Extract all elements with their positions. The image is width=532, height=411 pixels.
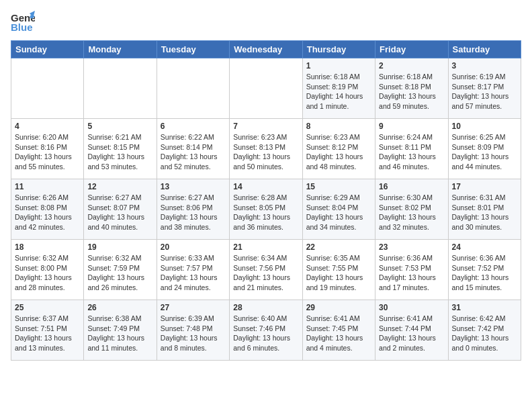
- calendar-cell: 22Sunrise: 6:35 AM Sunset: 7:55 PM Dayli…: [302, 240, 375, 300]
- day-number: 29: [306, 303, 371, 312]
- day-number: 18: [15, 242, 80, 252]
- day-number: 26: [87, 303, 152, 312]
- day-number: 11: [15, 182, 80, 191]
- day-info: Sunrise: 6:23 AM Sunset: 8:13 PM Dayligh…: [233, 132, 298, 172]
- day-number: 20: [161, 242, 226, 252]
- calendar-cell: 7Sunrise: 6:23 AM Sunset: 8:13 PM Daylig…: [230, 119, 302, 179]
- calendar-cell: 6Sunrise: 6:22 AM Sunset: 8:14 PM Daylig…: [157, 119, 229, 179]
- calendar-cell: [84, 58, 157, 119]
- day-info: Sunrise: 6:21 AM Sunset: 8:15 PM Dayligh…: [87, 132, 152, 172]
- calendar-cell: 24Sunrise: 6:36 AM Sunset: 7:52 PM Dayli…: [448, 240, 521, 300]
- calendar-table: SundayMondayTuesdayWednesdayThursdayFrid…: [11, 40, 521, 361]
- day-number: 13: [161, 182, 226, 191]
- day-number: 2: [379, 61, 444, 71]
- day-info: Sunrise: 6:24 AM Sunset: 8:11 PM Dayligh…: [379, 132, 444, 172]
- week-row-2: 4Sunrise: 6:20 AM Sunset: 8:16 PM Daylig…: [11, 119, 521, 179]
- day-info: Sunrise: 6:40 AM Sunset: 7:46 PM Dayligh…: [233, 314, 298, 353]
- logo-icon: General Blue: [11, 11, 35, 35]
- day-info: Sunrise: 6:19 AM Sunset: 8:17 PM Dayligh…: [452, 72, 517, 111]
- calendar-cell: 10Sunrise: 6:25 AM Sunset: 8:09 PM Dayli…: [448, 119, 521, 179]
- day-number: 30: [379, 303, 444, 312]
- calendar-cell: [157, 58, 229, 119]
- day-number: 1: [306, 61, 371, 71]
- day-number: 4: [15, 122, 80, 131]
- day-info: Sunrise: 6:22 AM Sunset: 8:14 PM Dayligh…: [161, 132, 226, 172]
- day-number: 17: [452, 182, 517, 191]
- calendar-body: 1Sunrise: 6:18 AM Sunset: 8:19 PM Daylig…: [11, 58, 521, 361]
- day-number: 19: [87, 242, 152, 252]
- weekday-header-thursday: Thursday: [302, 41, 375, 58]
- calendar-cell: [230, 58, 302, 119]
- week-row-4: 18Sunrise: 6:32 AM Sunset: 8:00 PM Dayli…: [11, 240, 521, 300]
- day-number: 6: [161, 122, 226, 131]
- calendar-cell: 14Sunrise: 6:28 AM Sunset: 8:05 PM Dayli…: [230, 179, 302, 240]
- day-info: Sunrise: 6:36 AM Sunset: 7:52 PM Dayligh…: [452, 253, 517, 293]
- calendar-cell: 8Sunrise: 6:23 AM Sunset: 8:12 PM Daylig…: [302, 119, 375, 179]
- page-header: General Blue: [11, 11, 521, 35]
- calendar-cell: 17Sunrise: 6:31 AM Sunset: 8:01 PM Dayli…: [448, 179, 521, 240]
- day-info: Sunrise: 6:29 AM Sunset: 8:04 PM Dayligh…: [306, 193, 371, 232]
- day-info: Sunrise: 6:41 AM Sunset: 7:44 PM Dayligh…: [379, 314, 444, 353]
- day-number: 15: [306, 182, 371, 191]
- day-info: Sunrise: 6:27 AM Sunset: 8:06 PM Dayligh…: [161, 193, 226, 232]
- weekday-header-friday: Friday: [375, 41, 448, 58]
- calendar-cell: 1Sunrise: 6:18 AM Sunset: 8:19 PM Daylig…: [302, 58, 375, 119]
- day-info: Sunrise: 6:36 AM Sunset: 7:53 PM Dayligh…: [379, 253, 444, 293]
- day-info: Sunrise: 6:37 AM Sunset: 7:51 PM Dayligh…: [15, 314, 80, 353]
- calendar-cell: 20Sunrise: 6:33 AM Sunset: 7:57 PM Dayli…: [157, 240, 229, 300]
- day-number: 28: [233, 303, 298, 312]
- weekday-header-row: SundayMondayTuesdayWednesdayThursdayFrid…: [11, 41, 521, 58]
- svg-text:Blue: Blue: [11, 21, 33, 33]
- day-number: 21: [233, 242, 298, 252]
- calendar-cell: 21Sunrise: 6:34 AM Sunset: 7:56 PM Dayli…: [230, 240, 302, 300]
- calendar-cell: 11Sunrise: 6:26 AM Sunset: 8:08 PM Dayli…: [11, 179, 84, 240]
- day-info: Sunrise: 6:30 AM Sunset: 8:02 PM Dayligh…: [379, 193, 444, 232]
- day-number: 23: [379, 242, 444, 252]
- calendar-cell: 3Sunrise: 6:19 AM Sunset: 8:17 PM Daylig…: [448, 58, 521, 119]
- day-number: 14: [233, 182, 298, 191]
- calendar-cell: 28Sunrise: 6:40 AM Sunset: 7:46 PM Dayli…: [230, 300, 302, 361]
- calendar-cell: 12Sunrise: 6:27 AM Sunset: 8:07 PM Dayli…: [84, 179, 157, 240]
- day-info: Sunrise: 6:38 AM Sunset: 7:49 PM Dayligh…: [87, 314, 152, 353]
- day-number: 5: [87, 122, 152, 131]
- day-info: Sunrise: 6:27 AM Sunset: 8:07 PM Dayligh…: [87, 193, 152, 232]
- logo: General Blue: [11, 11, 35, 35]
- calendar-cell: 23Sunrise: 6:36 AM Sunset: 7:53 PM Dayli…: [375, 240, 448, 300]
- day-number: 3: [452, 61, 517, 71]
- day-info: Sunrise: 6:31 AM Sunset: 8:01 PM Dayligh…: [452, 193, 517, 232]
- calendar-cell: 4Sunrise: 6:20 AM Sunset: 8:16 PM Daylig…: [11, 119, 84, 179]
- day-info: Sunrise: 6:26 AM Sunset: 8:08 PM Dayligh…: [15, 193, 80, 232]
- calendar-cell: [11, 58, 84, 119]
- calendar-cell: 9Sunrise: 6:24 AM Sunset: 8:11 PM Daylig…: [375, 119, 448, 179]
- day-number: 27: [161, 303, 226, 312]
- day-info: Sunrise: 6:18 AM Sunset: 8:18 PM Dayligh…: [379, 72, 444, 111]
- calendar-cell: 15Sunrise: 6:29 AM Sunset: 8:04 PM Dayli…: [302, 179, 375, 240]
- day-info: Sunrise: 6:28 AM Sunset: 8:05 PM Dayligh…: [233, 193, 298, 232]
- day-number: 8: [306, 122, 371, 131]
- day-info: Sunrise: 6:32 AM Sunset: 7:59 PM Dayligh…: [87, 253, 152, 293]
- day-info: Sunrise: 6:34 AM Sunset: 7:56 PM Dayligh…: [233, 253, 298, 293]
- day-number: 25: [15, 303, 80, 312]
- calendar-cell: 18Sunrise: 6:32 AM Sunset: 8:00 PM Dayli…: [11, 240, 84, 300]
- day-info: Sunrise: 6:18 AM Sunset: 8:19 PM Dayligh…: [306, 72, 371, 111]
- weekday-header-monday: Monday: [84, 41, 157, 58]
- calendar-cell: 25Sunrise: 6:37 AM Sunset: 7:51 PM Dayli…: [11, 300, 84, 361]
- week-row-5: 25Sunrise: 6:37 AM Sunset: 7:51 PM Dayli…: [11, 300, 521, 361]
- day-info: Sunrise: 6:25 AM Sunset: 8:09 PM Dayligh…: [452, 132, 517, 172]
- day-number: 10: [452, 122, 517, 131]
- day-info: Sunrise: 6:33 AM Sunset: 7:57 PM Dayligh…: [161, 253, 226, 293]
- calendar-cell: 16Sunrise: 6:30 AM Sunset: 8:02 PM Dayli…: [375, 179, 448, 240]
- day-info: Sunrise: 6:32 AM Sunset: 8:00 PM Dayligh…: [15, 253, 80, 293]
- weekday-header-wednesday: Wednesday: [230, 41, 302, 58]
- day-number: 22: [306, 242, 371, 252]
- calendar-header: SundayMondayTuesdayWednesdayThursdayFrid…: [11, 41, 521, 58]
- calendar-cell: 29Sunrise: 6:41 AM Sunset: 7:45 PM Dayli…: [302, 300, 375, 361]
- day-info: Sunrise: 6:41 AM Sunset: 7:45 PM Dayligh…: [306, 314, 371, 353]
- calendar-cell: 2Sunrise: 6:18 AM Sunset: 8:18 PM Daylig…: [375, 58, 448, 119]
- week-row-1: 1Sunrise: 6:18 AM Sunset: 8:19 PM Daylig…: [11, 58, 521, 119]
- calendar-cell: 19Sunrise: 6:32 AM Sunset: 7:59 PM Dayli…: [84, 240, 157, 300]
- day-number: 31: [452, 303, 517, 312]
- calendar-cell: 31Sunrise: 6:42 AM Sunset: 7:42 PM Dayli…: [448, 300, 521, 361]
- day-number: 12: [87, 182, 152, 191]
- day-number: 7: [233, 122, 298, 131]
